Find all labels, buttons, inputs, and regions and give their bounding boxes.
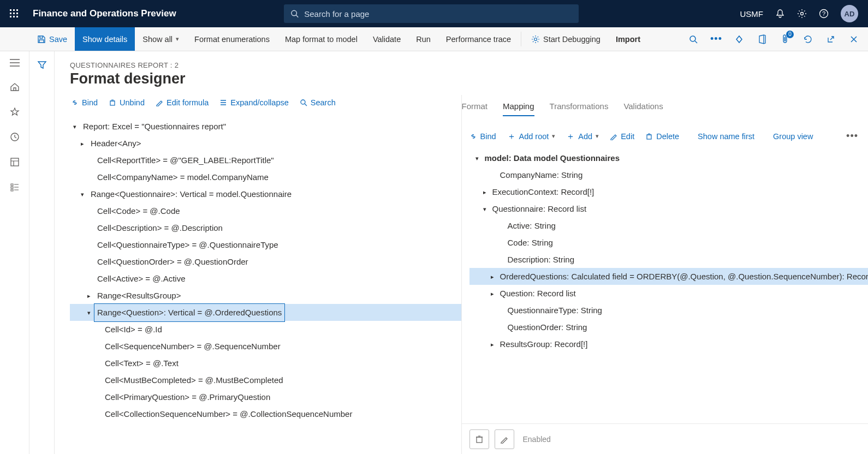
tree-node[interactable]: Cell<CompanyName> = model.CompanyName <box>70 169 461 186</box>
expand-icon[interactable]: ▸ <box>84 288 94 304</box>
show-name-first-button[interactable]: Show name first <box>698 132 754 141</box>
help-icon[interactable]: ? <box>819 9 829 19</box>
mapping-node[interactable]: ▸ExecutionContext: Record[!] <box>469 183 869 200</box>
save-button[interactable]: Save <box>29 27 75 51</box>
edit-small-button[interactable] <box>495 429 514 449</box>
mapping-node[interactable]: Code: String <box>469 234 869 251</box>
company-label[interactable]: USMF <box>740 9 764 19</box>
collapse-icon[interactable]: ▾ <box>78 186 87 202</box>
popout-icon[interactable] <box>824 33 837 46</box>
tree-node[interactable]: Cell<SequenceNumber> = @.SequenceNumber <box>70 338 461 355</box>
collapse-icon[interactable]: ▾ <box>469 150 485 166</box>
add-button[interactable]: ＋Add▾ <box>566 132 599 141</box>
more-icon[interactable]: ••• <box>710 33 723 46</box>
bind-button[interactable]: Bind <box>71 98 98 107</box>
start-debugging-button[interactable]: Start Debugging <box>524 27 608 51</box>
tree-node[interactable]: Cell<Code> = @.Code <box>70 202 461 219</box>
delete-small-button[interactable] <box>469 429 489 449</box>
import-button[interactable]: Import <box>608 27 648 51</box>
power-apps-icon[interactable] <box>733 33 746 46</box>
tab-mapping[interactable]: Mapping <box>503 101 534 116</box>
expand-icon[interactable]: ▸ <box>485 268 500 285</box>
edit-formula-button[interactable]: Edit formula <box>156 98 209 107</box>
gear-icon[interactable] <box>797 9 807 19</box>
mapping-node[interactable]: ▾model: Data model Questionnaires <box>469 150 869 166</box>
mapping-node[interactable]: QuestionOrder: String <box>469 319 869 336</box>
mapping-tree[interactable]: ▾model: Data model QuestionnairesCompany… <box>462 147 869 423</box>
group-view-button[interactable]: Group view <box>773 132 813 141</box>
recent-icon[interactable] <box>10 132 20 142</box>
search-toolbar-icon[interactable] <box>687 33 700 46</box>
mapping-node[interactable]: CompanyName: String <box>469 166 869 183</box>
search-box[interactable] <box>284 4 579 23</box>
tree-node[interactable]: Cell<PrimaryQuestion> = @.PrimaryQuestio… <box>70 389 461 405</box>
mapping-node[interactable]: ▸OrderedQuestions: Calculated field = OR… <box>469 268 869 285</box>
office-icon[interactable] <box>756 33 769 46</box>
validate-button[interactable]: Validate <box>365 27 408 51</box>
tree-node[interactable]: Cell<Text> = @.Text <box>70 355 461 372</box>
mapping-node[interactable]: QuestionnaireType: String <box>469 302 869 319</box>
workspace-icon[interactable] <box>10 157 20 167</box>
format-tree[interactable]: ▾Report: Excel = "Questionnaires report"… <box>55 113 461 454</box>
close-icon[interactable] <box>847 33 860 46</box>
collapse-icon[interactable]: ▾ <box>84 304 94 321</box>
star-icon[interactable] <box>10 107 20 117</box>
attachments-icon[interactable]: 0 <box>778 33 792 46</box>
tree-node[interactable]: ▾Range<Question>: Vertical = @.OrderedQu… <box>70 304 461 321</box>
tree-node-label: Cell<Id> = @.Id <box>102 320 165 339</box>
tree-node-label: Report: Excel = "Questionnaires report" <box>80 117 229 136</box>
mapping-node-label: model: Data model Questionnaires <box>485 150 620 166</box>
mapping-node[interactable]: ▾Questionnaire: Record list <box>469 200 869 217</box>
tree-node[interactable]: Cell<QuestionnaireType> = @.Questionnair… <box>70 236 461 253</box>
svg-point-23 <box>301 100 305 104</box>
tree-node[interactable]: Cell<Id> = @.Id <box>70 321 461 338</box>
format-enumerations-button[interactable]: Format enumerations <box>187 27 277 51</box>
tree-node[interactable]: ▸Range<ResultsGroup> <box>70 287 461 304</box>
tree-node[interactable]: Cell<Description> = @.Description <box>70 219 461 236</box>
svg-rect-1 <box>13 9 15 11</box>
show-details-button[interactable]: Show details <box>75 27 135 51</box>
map-format-button[interactable]: Map format to model <box>277 27 365 51</box>
filter-icon[interactable] <box>37 60 47 454</box>
tree-node[interactable]: Cell<QuestionOrder> = @.QuestionOrder <box>70 253 461 270</box>
show-all-button[interactable]: Show all▾ <box>135 27 187 51</box>
refresh-icon[interactable] <box>801 33 815 46</box>
tree-node[interactable]: Cell<CollectionSequenceNumber> = @.Colle… <box>70 405 461 422</box>
expand-collapse-button[interactable]: Expand/collapse <box>219 98 288 107</box>
add-root-button[interactable]: ＋Add root▾ <box>507 132 556 141</box>
performance-trace-button[interactable]: Performance trace <box>438 27 519 51</box>
tree-search-button[interactable]: Search <box>300 98 336 107</box>
mapping-node[interactable]: ▸Question: Record list <box>469 285 869 302</box>
tab-transformations[interactable]: Transformations <box>550 101 609 116</box>
hamburger-icon[interactable] <box>10 59 20 67</box>
run-button[interactable]: Run <box>408 27 438 51</box>
app-launcher-icon[interactable] <box>5 5 23 22</box>
modules-icon[interactable] <box>10 182 20 192</box>
tab-validations[interactable]: Validations <box>623 101 663 116</box>
tab-format[interactable]: Format <box>462 101 488 116</box>
mapping-node[interactable]: Active: String <box>469 217 869 234</box>
mapping-node[interactable]: Description: String <box>469 251 869 268</box>
expand-icon[interactable]: ▸ <box>485 285 500 302</box>
edit-button[interactable]: Edit <box>610 132 634 141</box>
collapse-icon[interactable]: ▾ <box>70 118 80 135</box>
avatar[interactable]: AD <box>841 5 858 22</box>
tree-node[interactable]: ▸Header<Any> <box>70 135 461 152</box>
expand-icon[interactable]: ▸ <box>477 184 492 200</box>
mapping-bind-button[interactable]: Bind <box>469 132 496 141</box>
tree-node[interactable]: Cell<Active> = @.Active <box>70 270 461 287</box>
expand-icon[interactable]: ▸ <box>78 135 87 152</box>
tree-node[interactable]: Cell<MustBeCompleted> = @.MustBeComplete… <box>70 372 461 389</box>
tree-node[interactable]: ▾Report: Excel = "Questionnaires report" <box>70 118 461 135</box>
more-icon[interactable]: ••• <box>846 130 858 142</box>
tree-node[interactable]: ▾Range<Questionnaire>: Vertical = model.… <box>70 186 461 202</box>
home-icon[interactable] <box>10 82 20 92</box>
notifications-icon[interactable] <box>775 9 785 19</box>
mapping-node[interactable]: ▸ResultsGroup: Record[!] <box>469 336 869 353</box>
tree-node[interactable]: Cell<ReportTitle> = @"GER_LABEL:ReportTi… <box>70 152 461 169</box>
delete-button[interactable]: Delete <box>645 132 679 141</box>
search-input[interactable] <box>304 9 572 19</box>
expand-icon[interactable]: ▸ <box>485 336 500 353</box>
collapse-icon[interactable]: ▾ <box>477 201 492 217</box>
unbind-button[interactable]: Unbind <box>109 98 145 107</box>
